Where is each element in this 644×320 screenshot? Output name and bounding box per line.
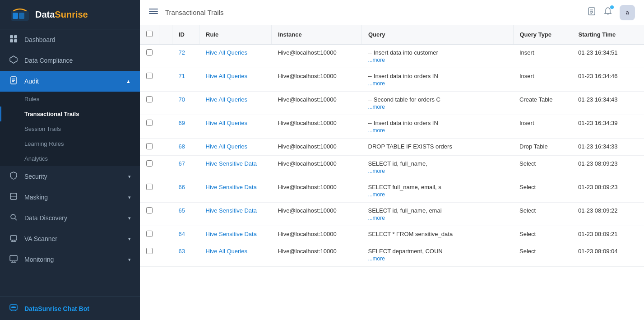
row-id[interactable]: 67: [172, 156, 199, 179]
nav-data-compliance[interactable]: Data Compliance: [0, 50, 140, 71]
notifications-icon[interactable]: [603, 7, 612, 18]
row-checkbox-cell[interactable]: [140, 203, 159, 226]
svg-point-27: [14, 307, 15, 308]
row-checkbox-cell[interactable]: [140, 115, 159, 139]
select-all-checkbox[interactable]: [146, 31, 153, 37]
row-id[interactable]: 65: [172, 203, 199, 226]
row-checkbox[interactable]: [146, 248, 153, 254]
nav-data-discovery[interactable]: Data Discovery ▾: [0, 208, 140, 228]
header-id[interactable]: ID: [172, 25, 199, 44]
row-checkbox-cell[interactable]: [140, 92, 159, 115]
row-checkbox-cell[interactable]: [140, 44, 159, 68]
row-starting-time: 01-23 08:09:22: [572, 203, 644, 226]
chatbot-item[interactable]: DataSunrise Chat Bot: [0, 297, 140, 320]
header-starting-time[interactable]: Starting Time: [572, 25, 644, 44]
row-rule[interactable]: Hive Sensitive Data: [199, 179, 272, 203]
row-rule[interactable]: Hive All Queries: [199, 44, 272, 68]
topbar: Transactional Trails a: [140, 0, 644, 25]
row-query: SELECT department, COUN ...more: [362, 243, 514, 267]
row-query: -- Insert data into customer ...more: [362, 44, 514, 68]
tasks-icon[interactable]: [587, 7, 596, 18]
row-checkbox[interactable]: [146, 143, 153, 149]
row-id[interactable]: 68: [172, 139, 199, 156]
row-checkbox-cell[interactable]: [140, 179, 159, 203]
nav-va-scanner[interactable]: VA Scanner ▾: [0, 228, 140, 249]
row-rule[interactable]: Hive Sensitive Data: [199, 226, 272, 243]
row-rule[interactable]: Hive All Queries: [199, 92, 272, 115]
nav-security[interactable]: Security ▾: [0, 166, 140, 187]
row-rule[interactable]: Hive All Queries: [199, 243, 272, 267]
row-checkbox-cell[interactable]: [140, 139, 159, 156]
query-more-link[interactable]: ...more: [368, 168, 507, 174]
nav-audit[interactable]: Audit ▲: [0, 71, 140, 92]
row-starting-time: 01-23 08:09:21: [572, 226, 644, 243]
row-id[interactable]: 64: [172, 226, 199, 243]
row-checkbox[interactable]: [146, 184, 153, 190]
query-more-link[interactable]: ...more: [368, 57, 507, 63]
row-id[interactable]: 72: [172, 44, 199, 68]
row-id[interactable]: 70: [172, 92, 199, 115]
row-query-type: Select: [513, 226, 572, 243]
row-checkbox-cell[interactable]: [140, 68, 159, 92]
svg-rect-28: [149, 9, 158, 9]
query-more-link[interactable]: ...more: [368, 255, 507, 262]
row-id[interactable]: 69: [172, 115, 199, 139]
row-query: SELECT * FROM sensitive_data: [362, 226, 514, 243]
audit-icon: [9, 76, 18, 86]
table-row: 65 Hive Sensitive Data Hive@localhost:10…: [140, 203, 644, 226]
row-starting-time: 01-23 16:34:43: [572, 92, 644, 115]
row-instance: Hive@localhost:10000: [272, 226, 362, 243]
row-checkbox-cell[interactable]: [140, 226, 159, 243]
row-query: DROP TABLE IF EXISTS orders: [362, 139, 514, 156]
query-more-link[interactable]: ...more: [368, 191, 507, 198]
row-id[interactable]: 63: [172, 243, 199, 267]
security-icon: [9, 172, 18, 181]
row-query-type: Select: [513, 156, 572, 179]
row-id[interactable]: 71: [172, 68, 199, 92]
query-more-link[interactable]: ...more: [368, 80, 507, 87]
row-checkbox[interactable]: [146, 49, 153, 56]
menu-icon[interactable]: [149, 7, 158, 18]
content-area: ID Rule Instance Query Query Type: [140, 25, 644, 320]
nav-dashboard[interactable]: Dashboard: [0, 29, 140, 50]
row-checkbox[interactable]: [146, 120, 153, 126]
svg-rect-3: [10, 35, 13, 38]
row-rule[interactable]: Hive All Queries: [199, 115, 272, 139]
row-rule[interactable]: Hive All Queries: [199, 139, 272, 156]
row-checkbox[interactable]: [146, 207, 153, 213]
row-rule[interactable]: Hive All Queries: [199, 68, 272, 92]
header-query-type[interactable]: Query Type: [513, 25, 572, 44]
subnav-learning-rules[interactable]: Learning Rules: [0, 136, 140, 151]
subnav-rules[interactable]: Rules: [0, 92, 140, 107]
header-instance[interactable]: Instance: [272, 25, 362, 44]
table-row: 71 Hive All Queries Hive@localhost:10000…: [140, 68, 644, 92]
row-query-type: Select: [513, 243, 572, 267]
row-sort-cell: [159, 226, 172, 243]
row-id[interactable]: 66: [172, 179, 199, 203]
subnav-session-trails[interactable]: Session Trails: [0, 121, 140, 136]
row-checkbox-cell[interactable]: [140, 243, 159, 267]
dashboard-label: Dashboard: [24, 36, 131, 43]
subnav-transactional-trails[interactable]: Transactional Trails: [0, 107, 140, 121]
nav-masking[interactable]: Masking ▾: [0, 187, 140, 208]
header-rule[interactable]: Rule: [199, 25, 272, 44]
row-checkbox[interactable]: [146, 96, 153, 102]
row-rule[interactable]: Hive Sensitive Data: [199, 203, 272, 226]
query-more-link[interactable]: ...more: [368, 127, 507, 134]
query-more-link[interactable]: ...more: [368, 215, 507, 221]
row-checkbox[interactable]: [146, 231, 153, 237]
row-rule[interactable]: Hive Sensitive Data: [199, 156, 272, 179]
row-sort-cell: [159, 156, 172, 179]
user-avatar[interactable]: a: [620, 5, 635, 20]
nav-monitoring[interactable]: Monitoring ▾: [0, 249, 140, 270]
row-checkbox[interactable]: [146, 160, 153, 167]
query-more-link[interactable]: ...more: [368, 104, 507, 110]
row-checkbox-cell[interactable]: [140, 156, 159, 179]
table-body: 72 Hive All Queries Hive@localhost:10000…: [140, 44, 644, 267]
row-instance: Hive@localhost:10000: [272, 243, 362, 267]
header-checkbox[interactable]: [140, 25, 159, 44]
row-checkbox[interactable]: [146, 73, 153, 79]
subnav-analytics[interactable]: Analytics: [0, 151, 140, 166]
header-query[interactable]: Query: [362, 25, 514, 44]
va-scanner-arrow: ▾: [128, 236, 131, 242]
